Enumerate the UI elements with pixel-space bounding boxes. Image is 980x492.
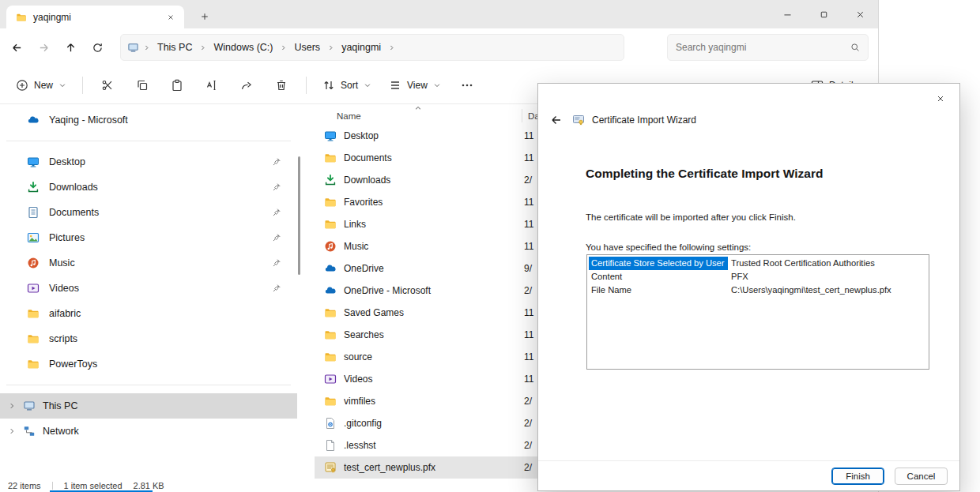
sidebar-item-aifabric[interactable]: aifabric [3, 301, 294, 326]
close-window-button[interactable] [842, 0, 878, 28]
close-icon [167, 13, 175, 21]
file-name: Downloads [344, 175, 524, 186]
maximize-icon [819, 9, 829, 20]
cut-button[interactable] [91, 72, 124, 99]
navigation-bar: This PCWindows (C:)Usersyaqingmi [0, 28, 878, 66]
settings-row[interactable]: Certificate Store Selected by UserTruste… [587, 257, 929, 270]
file-date-modified: 11 [524, 351, 533, 362]
breadcrumb-separator-icon [280, 44, 287, 51]
file-date-modified: 2/ [524, 462, 532, 473]
sidebar-divider [6, 385, 291, 385]
paste-button[interactable] [160, 72, 194, 99]
breadcrumb-item-users[interactable]: Users [289, 39, 325, 56]
sidebar-item-music[interactable]: Music [3, 250, 294, 276]
videos-icon [27, 282, 40, 295]
copy-icon [136, 79, 149, 92]
arrow-right-icon [38, 42, 50, 54]
back-button[interactable] [3, 35, 30, 60]
close-icon [855, 9, 865, 20]
folder-icon [324, 329, 337, 341]
dialog-header: Certificate Import Wizard [548, 111, 696, 130]
view-button-label: View [407, 80, 428, 91]
share-icon [240, 79, 253, 92]
cloud-icon [324, 262, 337, 275]
file-name: vimfiles [344, 396, 524, 407]
settings-list[interactable]: Certificate Store Selected by UserTruste… [586, 254, 929, 370]
maximize-button[interactable] [805, 0, 842, 28]
sidebar-item-label: Documents [49, 207, 99, 218]
dialog-close-button[interactable] [929, 89, 952, 108]
chevron-down-icon [364, 81, 371, 89]
folder-icon [324, 152, 337, 164]
settings-row[interactable]: File NameC:\Users\yaqingmi\test_cert_new… [587, 284, 929, 297]
status-selected-size: 2.81 KB [134, 481, 164, 490]
sidebar-item-documents[interactable]: Documents [3, 200, 294, 225]
file-name: OneDrive [344, 263, 524, 274]
column-header-name[interactable]: Name [337, 111, 361, 121]
sidebar-item-network[interactable]: Network [0, 419, 297, 444]
view-button[interactable]: View [381, 72, 449, 99]
forward-button[interactable] [30, 35, 57, 60]
sidebar-item-powertoys[interactable]: PowerToys [3, 351, 294, 377]
file-name: Music [344, 241, 524, 252]
chevron-down-icon [58, 81, 66, 89]
delete-button[interactable] [265, 72, 298, 99]
breadcrumb-item-yaqingmi[interactable]: yaqingmi [337, 39, 386, 56]
rename-button[interactable] [195, 72, 228, 99]
minimize-button[interactable] [769, 0, 805, 28]
breadcrumb-item-windows-c[interactable]: Windows (C:) [209, 39, 277, 56]
tab-close-button[interactable] [162, 9, 179, 25]
desktop-icon [324, 130, 337, 142]
sidebar-item-scripts[interactable]: scripts [3, 326, 294, 351]
search-input[interactable] [676, 42, 844, 53]
desktop-icon [27, 156, 40, 168]
copy-button[interactable] [126, 72, 159, 99]
refresh-button[interactable] [84, 35, 111, 60]
file-date-modified: 2/ [524, 175, 532, 186]
up-button[interactable] [57, 35, 84, 60]
file-date-modified: 2/ [524, 440, 532, 451]
sort-button[interactable]: Sort [315, 72, 379, 99]
folder-icon [324, 196, 337, 208]
sidebar-item-videos[interactable]: Videos [3, 276, 294, 301]
share-button[interactable] [230, 72, 263, 99]
explorer-tab[interactable]: yaqingmi [6, 6, 184, 28]
new-button[interactable]: New [8, 72, 74, 99]
status-divider [52, 482, 53, 490]
file-date-modified: 2/ [524, 396, 532, 407]
arrow-up-icon [65, 42, 77, 54]
breadcrumb-item-this-pc[interactable]: This PC [153, 39, 197, 56]
downloads-icon [27, 181, 40, 193]
status-item-count: 22 items [8, 481, 41, 490]
sidebar-item-this-pc[interactable]: This PC [0, 393, 297, 419]
finish-button[interactable]: Finish [831, 468, 884, 485]
more-options-button[interactable] [450, 72, 484, 99]
music-icon [27, 257, 40, 269]
refresh-icon [92, 42, 104, 54]
folder-icon [27, 358, 40, 370]
videos-icon [324, 373, 337, 385]
sidebar-item-desktop[interactable]: Desktop [3, 149, 294, 175]
pin-icon [272, 284, 281, 293]
file-name: Desktop [344, 130, 524, 141]
dialog-footer: Finish Cancel [538, 460, 959, 490]
breadcrumb-separator-icon [388, 44, 395, 51]
arrow-left-icon [550, 114, 563, 126]
sidebar-item-label: This PC [43, 400, 77, 411]
sidebar-item-pictures[interactable]: Pictures [3, 225, 294, 250]
quick-access-list: DesktopDownloadsDocumentsPicturesMusicVi… [0, 149, 297, 377]
cancel-button[interactable]: Cancel [895, 468, 948, 485]
new-tab-button[interactable] [194, 7, 215, 26]
column-divider[interactable] [522, 109, 522, 122]
dialog-back-button[interactable] [548, 111, 565, 129]
chevron-right-icon [8, 402, 16, 410]
sidebar-item-downloads[interactable]: Downloads [3, 175, 294, 200]
settings-caption: You have specified the following setting… [586, 242, 751, 252]
sidebar-item-onedrive[interactable]: Yaqing - Microsoft [3, 107, 294, 133]
sidebar-scrollbar[interactable] [298, 156, 300, 275]
sidebar-item-label: PowerToys [49, 359, 97, 370]
file-name: source [344, 351, 524, 362]
sidebar-item-label: Downloads [49, 182, 98, 193]
file-name: Documents [344, 152, 524, 163]
settings-row[interactable]: ContentPFX [587, 270, 929, 284]
